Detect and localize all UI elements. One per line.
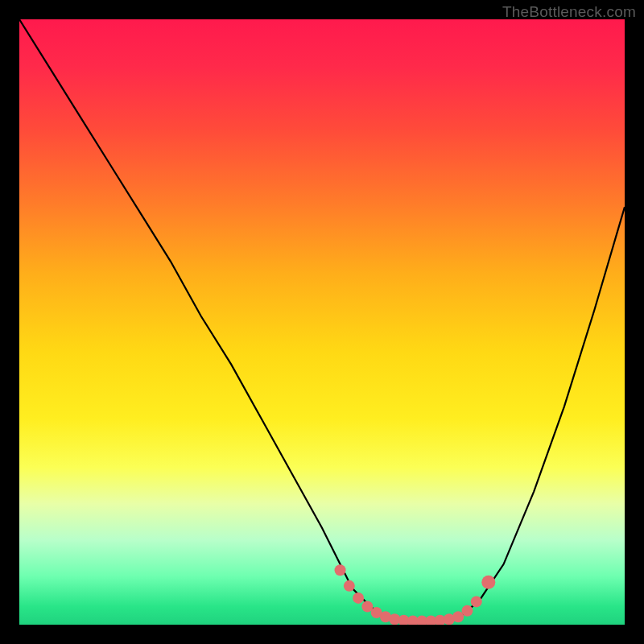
watermark-text: TheBottleneck.com — [502, 3, 636, 21]
curve-marker — [353, 592, 364, 604]
chart-frame: TheBottleneck.com — [0, 0, 644, 644]
curve-marker — [471, 596, 482, 607]
curve-marker — [481, 576, 495, 589]
chart-svg — [19, 19, 625, 625]
curve-marker — [344, 580, 355, 592]
curve-marker — [335, 564, 346, 576]
curve-marker — [461, 605, 473, 617]
plot-area — [19, 19, 625, 625]
bottleneck-curve — [19, 19, 625, 621]
